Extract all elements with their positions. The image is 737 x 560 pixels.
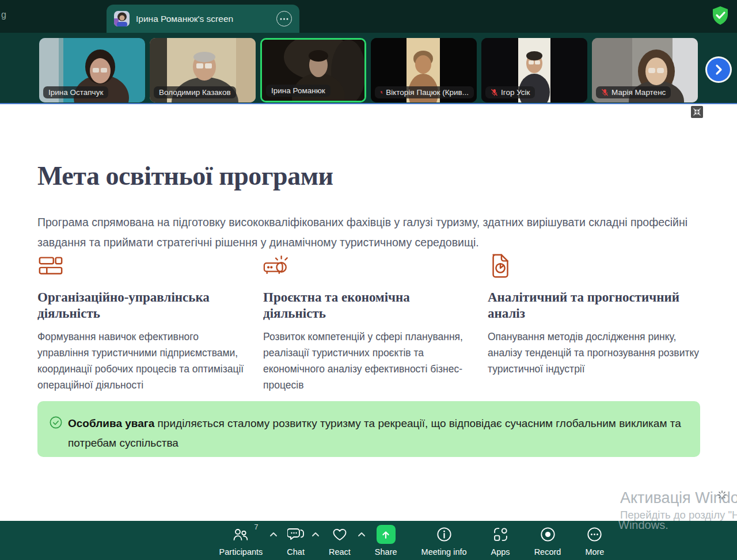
mic-muted-icon bbox=[380, 89, 383, 96]
toolbar-label: Chat bbox=[287, 547, 305, 557]
toolbar-chat[interactable]: Chat bbox=[287, 525, 305, 557]
react-menu-caret[interactable] bbox=[358, 530, 366, 539]
toolbar-more[interactable]: More bbox=[585, 525, 604, 557]
heart-react-icon bbox=[332, 527, 348, 542]
video-thumbnail-iryna-romaniuk-active[interactable]: Ірина Романюк bbox=[260, 38, 366, 102]
meeting-toolbar: 7 Participants Chat React bbox=[0, 521, 737, 560]
shelves-icon bbox=[37, 253, 64, 279]
participant-name-badge: Ігор Усік bbox=[485, 86, 535, 98]
participant-filmstrip: Ірина Остапчук Володимир Казаков bbox=[0, 33, 737, 103]
more-icon bbox=[587, 527, 602, 542]
video-thumbnail-volodymyr-kazakov[interactable]: Володимир Казаков bbox=[150, 38, 256, 102]
toolbar-label: Share bbox=[375, 547, 397, 557]
participant-name-badge: Вікторія Пацюк (Крив... bbox=[375, 86, 474, 98]
column-text: Формування навичок ефективного управлінн… bbox=[37, 329, 249, 393]
toolbar-label: Record bbox=[534, 547, 561, 557]
chat-icon bbox=[287, 527, 305, 542]
toolbar-react[interactable]: React bbox=[329, 525, 351, 557]
shared-screen-top-edge bbox=[0, 103, 737, 104]
exit-fullscreen-icon bbox=[693, 108, 701, 116]
video-thumbnail-iryna-ostapchuk[interactable]: Ірина Остапчук bbox=[39, 38, 145, 102]
next-participants-button[interactable] bbox=[707, 58, 730, 81]
video-thumbnail-ihor-usik[interactable]: Ігор Усік bbox=[481, 38, 587, 102]
exit-fullscreen-button[interactable] bbox=[691, 106, 703, 118]
participant-name-badge: Ірина Романюк bbox=[266, 85, 330, 97]
chat-menu-caret[interactable] bbox=[311, 530, 320, 539]
participant-name: Ігор Усік bbox=[501, 88, 530, 97]
share-screen-icon bbox=[377, 525, 396, 544]
apps-icon bbox=[493, 527, 508, 542]
toolbar-label: Meeting info bbox=[421, 547, 467, 557]
column-title: Проєктна та економічна діяльність bbox=[263, 289, 459, 322]
participant-name: Володимир Казаков bbox=[159, 88, 231, 97]
participant-name-badge: Марія Мартенс bbox=[596, 86, 671, 98]
shared-screen-content: Мета освітньої програми Програма спрямов… bbox=[0, 104, 737, 521]
column-text: Опанування методів дослідження ринку, ан… bbox=[488, 329, 700, 377]
check-circle-icon bbox=[50, 416, 62, 429]
report-document-icon bbox=[488, 253, 514, 279]
record-icon bbox=[540, 527, 556, 542]
toolbar-label: More bbox=[585, 547, 604, 557]
participant-name: Марія Мартенс bbox=[611, 88, 666, 97]
participants-menu-caret[interactable] bbox=[269, 530, 278, 539]
chevron-right-icon bbox=[713, 64, 724, 75]
projector-icon bbox=[263, 253, 290, 279]
tab-title: Ірина Романюк's screen bbox=[136, 14, 233, 24]
participant-name: Ірина Романюк bbox=[271, 86, 325, 95]
tab-options-button[interactable] bbox=[276, 11, 292, 26]
meeting-info-icon bbox=[436, 527, 452, 542]
top-bar: g Ірина Романюк's screen bbox=[0, 0, 737, 33]
shared-screen-tab[interactable]: Ірина Романюк's screen bbox=[107, 5, 299, 33]
slide-intro: Програма спрямована на підготовку високо… bbox=[37, 212, 700, 253]
slide-column-project-economic: Проєктна та економічна діяльність Розвит… bbox=[263, 253, 475, 393]
security-shield-icon[interactable] bbox=[711, 6, 730, 25]
note-bold: Особлива увага bbox=[68, 417, 154, 429]
toolbar-share[interactable]: Share bbox=[375, 525, 397, 557]
participants-icon bbox=[232, 527, 249, 542]
toolbar-record[interactable]: Record bbox=[534, 525, 561, 557]
video-thumbnail-mariia-martens[interactable]: Марія Мартенс bbox=[592, 38, 698, 102]
column-text: Розвиток компетенцій у сфері планування,… bbox=[263, 329, 475, 393]
note-text: Особлива увага приділяється сталому розв… bbox=[68, 414, 689, 453]
zoom-meeting-window: g Ірина Романюк's screen bbox=[0, 0, 737, 560]
ellipsis-icon bbox=[280, 18, 288, 20]
video-thumbnail-viktoriia-patsiuk[interactable]: Вікторія Пацюк (Крив... bbox=[371, 38, 477, 102]
toolbar-label: Participants bbox=[219, 547, 263, 557]
participant-name: Вікторія Пацюк (Крив... bbox=[386, 88, 469, 97]
toolbar-label: Apps bbox=[491, 547, 510, 557]
mic-muted-icon bbox=[601, 89, 609, 96]
toolbar-meeting-info[interactable]: Meeting info bbox=[421, 525, 467, 557]
participants-count-badge: 7 bbox=[254, 523, 258, 531]
toolbar-label: React bbox=[329, 547, 351, 557]
mic-muted-icon bbox=[491, 89, 498, 96]
toolbar-participants[interactable]: 7 Participants bbox=[219, 525, 263, 557]
column-title: Аналітичний та прогностичний аналіз bbox=[488, 289, 683, 322]
tab-avatar bbox=[114, 11, 130, 26]
participant-name-badge: Ірина Остапчук bbox=[43, 86, 108, 98]
toolbar-apps[interactable]: Apps bbox=[491, 525, 510, 557]
column-title: Організаційно-управлінська діяльність bbox=[37, 289, 233, 322]
participant-name-badge: Володимир Казаков bbox=[154, 86, 236, 98]
highlight-note: Особлива увага приділяється сталому розв… bbox=[37, 401, 700, 457]
slide-title: Мета освітньої програми bbox=[37, 161, 333, 191]
slide-column-organizational: Організаційно-управлінська діяльність Фо… bbox=[37, 253, 249, 393]
window-title-partial: g bbox=[1, 10, 6, 20]
slide-column-analytics: Аналітичний та прогностичний аналіз Опан… bbox=[488, 253, 700, 377]
participant-name: Ірина Остапчук bbox=[48, 88, 103, 97]
